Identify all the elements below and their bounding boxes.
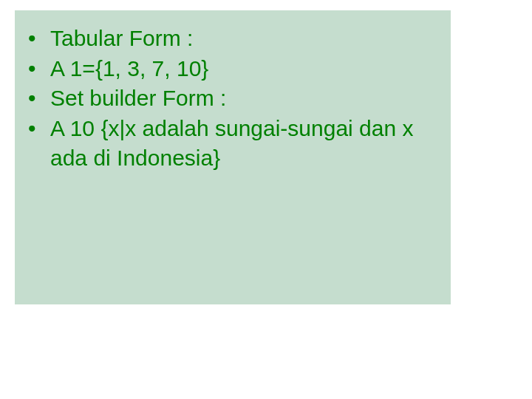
list-item: • A 1={1, 3, 7, 10}	[28, 54, 443, 84]
list-item: • Set builder Form :	[28, 83, 443, 114]
list-item: • A 10 {x|x adalah sungai-sungai dan x a…	[28, 114, 443, 174]
bullet-list: • Tabular Form : • A 1={1, 3, 7, 10} • S…	[15, 10, 451, 181]
slide-content-box: • Tabular Form : • A 1={1, 3, 7, 10} • S…	[15, 10, 451, 304]
list-item: • Tabular Form :	[28, 24, 443, 54]
bullet-icon: •	[28, 114, 50, 144]
bullet-icon: •	[28, 54, 50, 84]
list-item-text: A 1={1, 3, 7, 10}	[50, 54, 443, 84]
list-item-text: A 10 {x|x adalah sungai-sungai dan x ada…	[50, 114, 443, 174]
list-item-text: Tabular Form :	[50, 24, 443, 54]
bullet-icon: •	[28, 83, 50, 114]
list-item-text: Set builder Form :	[50, 83, 443, 114]
bullet-icon: •	[28, 24, 50, 54]
